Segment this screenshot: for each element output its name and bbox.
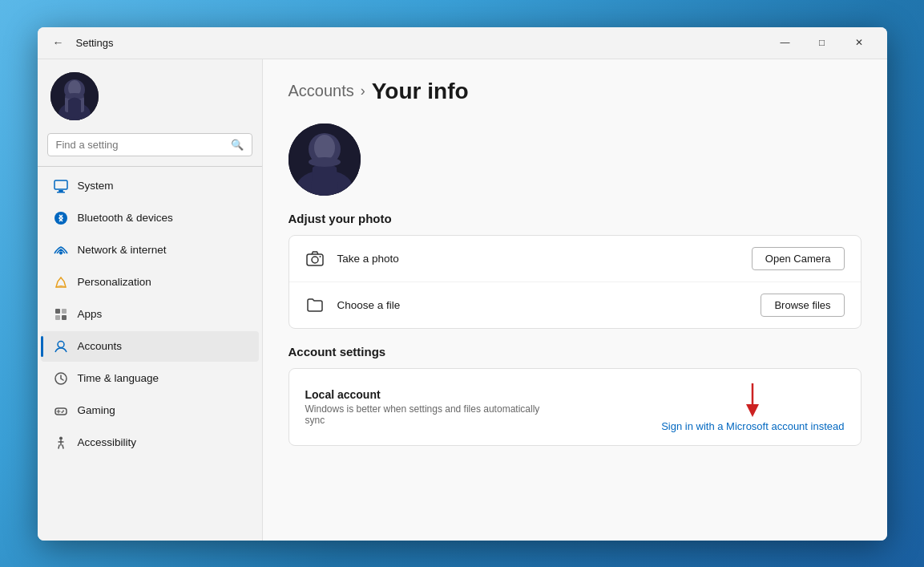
svg-marker-32 — [746, 404, 759, 417]
sidebar-item-network[interactable]: Network & internet — [41, 235, 259, 265]
svg-rect-28 — [307, 254, 323, 265]
sidebar-item-bluetooth[interactable]: Bluetooth & devices — [41, 203, 259, 233]
photo-options-card: Take a photo Open Camera Choose a file B… — [288, 235, 861, 329]
time-icon — [54, 371, 68, 386]
sidebar-item-gaming[interactable]: Gaming — [41, 395, 259, 426]
personalization-icon — [54, 275, 68, 290]
folder-icon — [305, 295, 325, 314]
back-button[interactable]: ← — [47, 31, 70, 54]
svg-point-26 — [314, 135, 335, 160]
svg-rect-7 — [59, 190, 63, 192]
microsoft-account-link[interactable]: Sign in with a Microsoft account instead — [661, 420, 844, 432]
adjust-photo-title: Adjust your photo — [288, 212, 861, 225]
maximize-button[interactable]: □ — [804, 30, 841, 55]
minimize-button[interactable]: — — [767, 30, 804, 55]
link-container: Sign in with a Microsoft account instead — [661, 382, 844, 432]
apps-icon — [54, 307, 68, 322]
sidebar-item-label-gaming: Gaming — [78, 404, 115, 416]
svg-rect-8 — [57, 192, 65, 193]
svg-rect-12 — [62, 309, 67, 314]
accounts-icon — [54, 339, 68, 354]
search-icon: 🔍 — [231, 139, 244, 151]
take-photo-row: Take a photo Open Camera — [289, 236, 861, 281]
settings-window: ← Settings — □ ✕ — [38, 27, 887, 541]
sidebar-divider — [38, 166, 262, 167]
breadcrumb-current: Your info — [372, 79, 469, 104]
sidebar-item-label-bluetooth: Bluetooth & devices — [78, 212, 173, 224]
accessibility-icon — [54, 435, 68, 450]
svg-point-20 — [59, 436, 63, 439]
sidebar-item-label-apps: Apps — [78, 308, 103, 320]
search-box[interactable]: 🔍 — [47, 133, 252, 156]
sidebar-item-accounts[interactable]: Accounts — [41, 331, 259, 362]
avatar[interactable] — [50, 72, 99, 120]
breadcrumb: Accounts › Your info — [288, 79, 861, 104]
sidebar-item-label-personalization: Personalization — [78, 276, 151, 288]
svg-point-27 — [309, 157, 341, 167]
svg-point-30 — [319, 256, 321, 257]
account-info: Local account Windows is better when set… — [305, 388, 562, 426]
svg-point-18 — [63, 410, 64, 411]
open-camera-button[interactable]: Open Camera — [752, 247, 845, 270]
window-controls: — □ ✕ — [767, 30, 878, 55]
choose-file-row: Choose a file Browse files — [289, 281, 861, 328]
sidebar-avatar-area — [38, 59, 262, 130]
sidebar-item-label-time: Time & language — [78, 372, 159, 384]
bluetooth-icon — [54, 211, 68, 225]
sidebar-item-apps[interactable]: Apps — [41, 299, 259, 330]
breadcrumb-parent: Accounts — [288, 82, 354, 100]
sidebar-item-label-network: Network & internet — [78, 244, 167, 256]
sidebar-item-label-accessibility: Accessibility — [78, 436, 137, 448]
svg-point-15 — [58, 341, 64, 347]
svg-point-29 — [312, 257, 318, 263]
sidebar-item-system[interactable]: System — [41, 171, 259, 201]
account-name: Local account — [305, 388, 562, 401]
account-settings-section: Account settings Local account Windows i… — [288, 345, 861, 446]
sidebar-item-personalization[interactable]: Personalization — [41, 267, 259, 298]
sidebar-item-label-system: System — [78, 180, 114, 192]
account-card: Local account Windows is better when set… — [288, 368, 861, 446]
red-arrow-annotation — [743, 382, 762, 417]
svg-point-19 — [61, 411, 63, 413]
search-input[interactable] — [56, 139, 224, 151]
breadcrumb-separator: › — [361, 83, 365, 99]
sidebar-item-label-accounts: Accounts — [78, 340, 123, 352]
choose-file-label: Choose a file — [337, 299, 748, 311]
main-layout: 🔍 System Bluetooth & devices — [38, 59, 887, 541]
profile-avatar-large — [288, 124, 361, 196]
browse-files-button[interactable]: Browse files — [761, 294, 844, 317]
account-description: Windows is better when settings and file… — [305, 403, 562, 426]
window-title: Settings — [76, 37, 114, 49]
svg-rect-13 — [55, 315, 60, 320]
svg-rect-11 — [55, 309, 60, 314]
sidebar-item-time[interactable]: Time & language — [41, 363, 259, 394]
close-button[interactable]: ✕ — [841, 30, 878, 55]
svg-point-10 — [59, 252, 62, 254]
gaming-icon — [54, 403, 68, 418]
sidebar: 🔍 System Bluetooth & devices — [38, 59, 262, 541]
content-area: Accounts › Your info — [262, 59, 887, 541]
take-photo-label: Take a photo — [337, 253, 739, 265]
network-icon — [54, 243, 68, 257]
svg-point-9 — [54, 212, 67, 225]
account-settings-title: Account settings — [288, 345, 861, 358]
sidebar-item-accessibility[interactable]: Accessibility — [41, 427, 259, 458]
titlebar: ← Settings — □ ✕ — [38, 27, 887, 59]
svg-rect-6 — [54, 180, 67, 189]
svg-rect-14 — [62, 315, 67, 320]
camera-icon — [305, 249, 325, 268]
system-icon — [54, 179, 68, 193]
red-arrow-icon — [743, 382, 762, 417]
